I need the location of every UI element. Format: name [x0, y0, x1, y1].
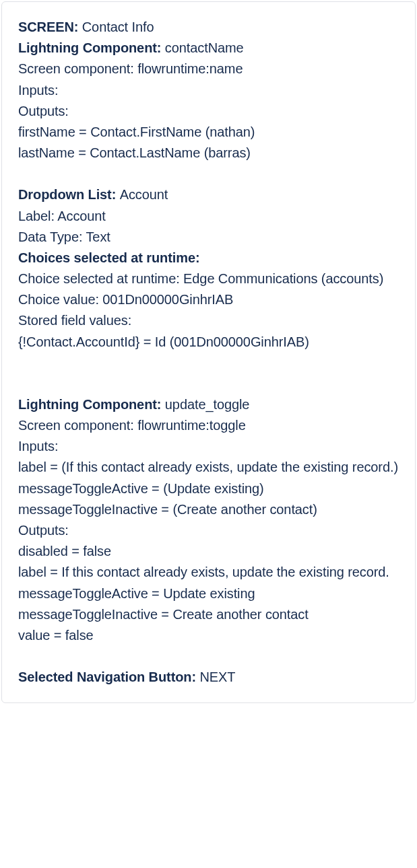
dropdown-label-row: Label: Account: [18, 206, 399, 227]
choice-selected-runtime: Choice selected at runtime: Edge Communi…: [18, 268, 399, 289]
dropdown-list-value: Account: [120, 187, 168, 202]
output-value: value = false: [18, 625, 399, 646]
choice-value: Choice value: 001Dn00000GinhrIAB: [18, 289, 399, 310]
screen-value: Contact Info: [82, 20, 154, 34]
input-message-toggle-inactive: messageToggleInactive = (Create another …: [18, 499, 399, 520]
selected-navigation-value: NEXT: [199, 670, 235, 684]
section-spacer: [18, 164, 399, 184]
input-label: label = (If this contact already exists,…: [18, 457, 399, 478]
stored-field-values-label: Stored field values:: [18, 310, 399, 331]
lightning-component-row-2: Lightning Component: update_toggle: [18, 394, 399, 415]
outputs-label: Outputs:: [18, 101, 399, 122]
screen-label: SCREEN:: [18, 20, 82, 34]
dropdown-list-label: Dropdown List:: [18, 187, 120, 202]
debug-log-card: SCREEN: Contact Info Lightning Component…: [1, 1, 416, 703]
choices-selected-header: Choices selected at runtime:: [18, 248, 399, 268]
output-message-toggle-inactive: messageToggleInactive = Create another c…: [18, 604, 399, 625]
output-label: label = If this contact already exists, …: [18, 562, 399, 583]
dropdown-list-row: Dropdown List: Account: [18, 184, 399, 205]
outputs-label-2: Outputs:: [18, 520, 399, 541]
lightning-component-label: Lightning Component:: [18, 40, 165, 55]
inputs-label: Inputs:: [18, 80, 399, 101]
inputs-label-2: Inputs:: [18, 436, 399, 457]
screen-component-row-2: Screen component: flowruntime:toggle: [18, 415, 399, 436]
output-firstname: firstName = Contact.FirstName (nathan): [18, 122, 399, 143]
selected-navigation-label: Selected Navigation Button:: [18, 670, 199, 684]
section-spacer: [18, 646, 399, 667]
stored-field-value-accountid: {!Contact.AccountId} = Id (001Dn00000Gin…: [18, 332, 399, 353]
output-disabled: disabled = false: [18, 541, 399, 562]
output-message-toggle-active: messageToggleActive = Update existing: [18, 583, 399, 604]
output-lastname: lastName = Contact.LastName (barras): [18, 143, 399, 164]
screen-header: SCREEN: Contact Info: [18, 17, 399, 38]
lightning-component-value: contactName: [165, 40, 244, 55]
lightning-component-label-2: Lightning Component:: [18, 397, 165, 412]
section-spacer: [18, 373, 399, 394]
selected-navigation-row: Selected Navigation Button: NEXT: [18, 667, 399, 688]
screen-component-row: Screen component: flowruntime:name: [18, 59, 399, 79]
lightning-component-row: Lightning Component: contactName: [18, 38, 399, 59]
section-spacer: [18, 353, 399, 373]
lightning-component-value-2: update_toggle: [165, 397, 250, 412]
dropdown-datatype-row: Data Type: Text: [18, 227, 399, 248]
input-message-toggle-active: messageToggleActive = (Update existing): [18, 478, 399, 499]
